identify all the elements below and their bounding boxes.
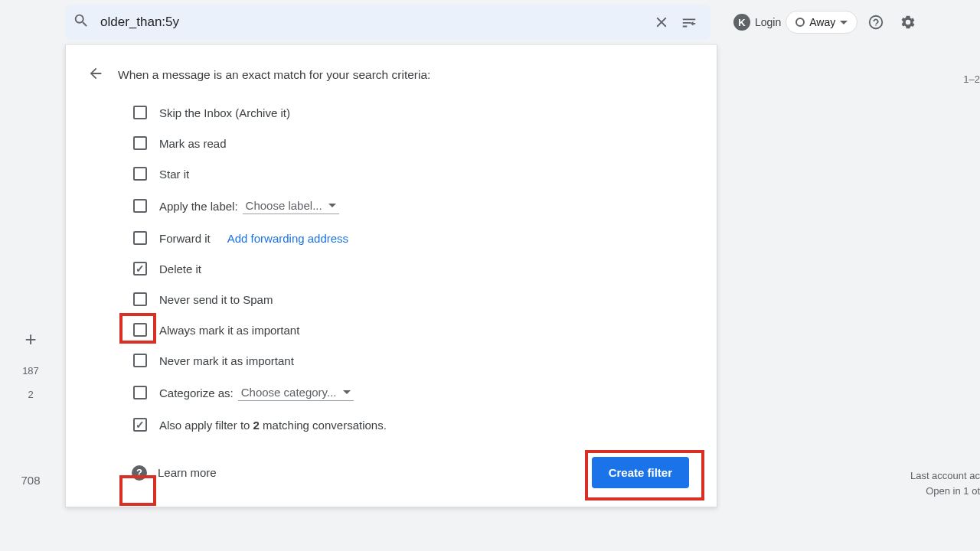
option-never-important: Never mark it as important [89,345,694,376]
checkbox-categorize[interactable] [133,386,147,399]
checkbox-skip-inbox[interactable] [133,106,147,119]
clear-search-button[interactable] [648,8,675,36]
checkbox-also-apply[interactable] [133,418,147,432]
option-categorize: Categorize as: Choose category... [89,376,694,409]
settings-button[interactable] [894,8,922,36]
help-icon: ? [132,465,147,481]
panel-footer: ? Learn more Create filter [66,440,717,491]
filter-panel: When a message is an exact match for you… [65,44,717,507]
search-options-button[interactable] [675,8,703,36]
filter-options: Skip the Inbox (Archive it) Mark as read… [66,93,717,440]
login-indicator[interactable]: K Login [733,14,781,31]
option-never-spam: Never send it to Spam [89,284,694,315]
option-also-apply: Also apply filter to 2 matching conversa… [89,409,694,440]
learn-more-label: Learn more [158,466,217,479]
open-sessions-text: Open in 1 ot [926,485,980,497]
top-right-controls: K Login Away [733,8,922,36]
last-activity-text: Last account ac [910,470,980,481]
select-categorize-value: Choose category... [241,386,337,399]
select-apply-label-value: Choose label... [246,199,322,212]
chevron-down-icon [840,21,848,24]
status-selector[interactable]: Away [786,11,858,34]
option-star-it: Star it [89,158,694,189]
label-never-important: Never mark it as important [159,354,294,367]
also-apply-prefix: Also apply filter to [159,419,253,432]
option-skip-inbox: Skip the Inbox (Archive it) [89,97,694,128]
also-apply-count: 2 [253,419,260,432]
option-always-important: Always mark it as important [89,315,694,345]
select-categorize[interactable]: Choose category... [238,384,354,401]
chevron-down-icon [343,390,351,394]
also-apply-suffix: matching conversations. [260,419,387,432]
left-rail: + 187 2 708 [0,44,61,487]
search-input[interactable] [100,15,648,30]
search-icon [73,12,90,32]
label-never-spam: Never send it to Spam [159,293,273,306]
chevron-down-icon [328,204,336,207]
checkbox-never-spam[interactable] [133,292,147,306]
add-button[interactable]: + [0,328,61,351]
back-button[interactable] [87,65,104,85]
tune-icon [681,14,697,31]
panel-header-text: When a message is an exact match for you… [118,68,430,82]
select-apply-label[interactable]: Choose label... [243,197,339,214]
checkbox-always-important[interactable] [133,323,147,337]
label-forward-it: Forward it [159,232,211,245]
support-button[interactable] [862,8,890,36]
checkbox-never-important[interactable] [133,354,147,367]
login-label: Login [755,16,781,28]
option-mark-read: Mark as read [89,128,694,158]
status-dot-icon [795,18,805,27]
k-badge-icon: K [733,14,750,31]
help-icon [867,14,884,31]
learn-more-link[interactable]: ? Learn more [93,465,217,481]
label-also-apply: Also apply filter to 2 matching conversa… [159,419,387,432]
label-skip-inbox: Skip the Inbox (Archive it) [159,106,290,119]
label-star-it: Star it [159,168,189,181]
option-apply-label: Apply the label: Choose label... [89,189,694,223]
status-label: Away [809,16,835,28]
panel-header: When a message is an exact match for you… [66,45,717,93]
link-add-forwarding[interactable]: Add forwarding address [227,232,348,245]
checkbox-delete-it[interactable] [133,262,147,276]
label-categorize: Categorize as: [159,386,234,399]
left-count-1: 187 [0,365,61,377]
search-bar[interactable] [65,5,710,40]
pagination-count: 1–2 [963,73,980,85]
label-apply-label: Apply the label: [159,200,238,213]
arrow-left-icon [87,65,104,82]
checkbox-forward-it[interactable] [133,231,147,245]
checkbox-star-it[interactable] [133,167,147,181]
close-icon [653,14,670,31]
top-bar: K Login Away [0,0,980,44]
checkbox-apply-label[interactable] [133,199,147,213]
label-mark-read: Mark as read [159,137,227,150]
left-count-2: 2 [0,389,61,400]
option-delete-it: Delete it [89,253,694,284]
left-count-3: 708 [0,474,61,487]
create-filter-button[interactable]: Create filter [592,457,689,488]
label-always-important: Always mark it as important [159,324,299,337]
label-delete-it: Delete it [159,262,201,276]
gear-icon [900,14,916,31]
checkbox-mark-read[interactable] [133,136,147,150]
option-forward-it: Forward it Add forwarding address [89,223,694,253]
